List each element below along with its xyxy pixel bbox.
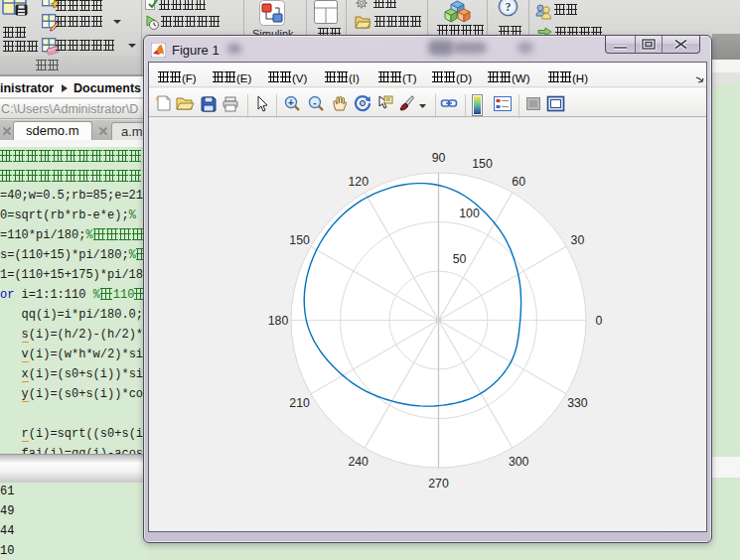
svg-text:?: ? [506, 0, 512, 14]
svg-text:+: + [288, 97, 294, 108]
svg-text:-: - [313, 97, 316, 108]
